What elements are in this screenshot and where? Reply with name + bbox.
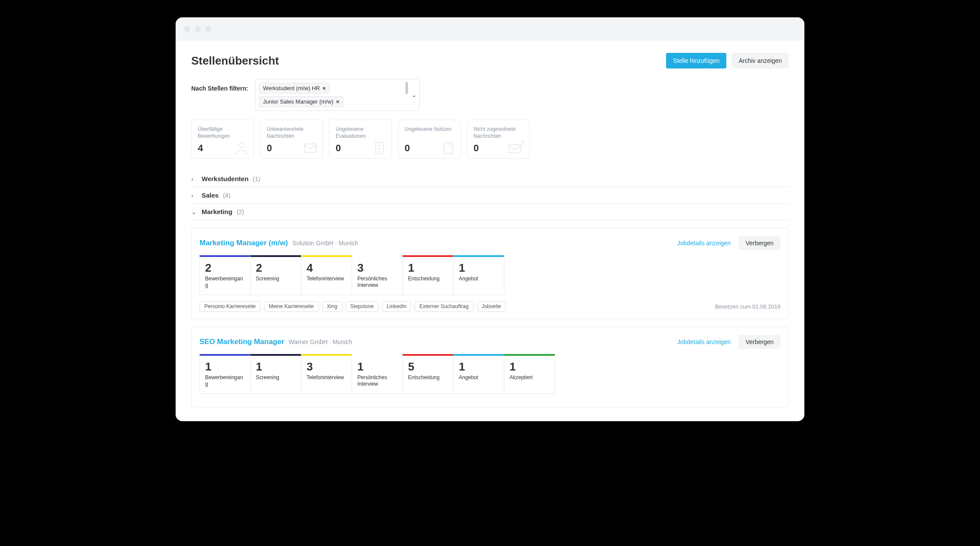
svg-rect-1 [305,144,317,153]
pipeline-stage[interactable]: 1 Akzeptiert [504,354,555,394]
chevron-down-icon: ⌄ [191,208,197,215]
remove-chip-icon[interactable]: × [323,85,326,91]
stage-label: Screening [256,276,296,282]
pipeline-stage[interactable]: 3 Persönliches Interview [352,255,403,295]
job-details-link[interactable]: Jobdetails anzeigen [677,240,731,247]
stage-count: 1 [357,360,397,374]
pipeline-stage[interactable]: 1 Persönliches Interview [352,354,403,394]
stage-label: Angebot [459,374,499,381]
stat-card-label: Ungelesene Evaluationen [336,126,385,140]
stat-card-label: Nicht zugeordnete Nachrichten [474,126,523,140]
job-subtitle: Solution GmbH · Munich [292,240,358,247]
category-row[interactable]: › Sales (4) [191,187,789,204]
filter-chip-label: Junior Sales Manager (m/w) [263,98,333,105]
stage-count: 1 [205,360,245,374]
source-tag[interactable]: Personio Karriereseite [199,301,261,312]
stat-card[interactable]: Unbeantwortete Nachrichten 0 [260,120,323,159]
job-title-link[interactable]: SEO Marketing Manager [199,338,284,346]
stage-label: Entscheidung [408,276,448,282]
pipeline-stage[interactable]: 1 Angebot [453,255,504,295]
job-card-header: SEO Marketing Manager Warner GmbH · Muni… [199,335,781,349]
envelope-icon [303,140,318,156]
source-tag[interactable]: LinkedIn [382,301,411,312]
svg-point-0 [239,143,244,148]
stage-label: Telefoninterview [307,374,346,381]
source-tag[interactable]: Meine Karriereseite [264,301,319,312]
stage-label: Bewerbereingang [205,276,245,289]
pipeline-stage[interactable]: 5 Entscheidung [402,354,454,394]
app-content: Stellenübersicht Stelle hinzufügen Archi… [176,41,804,421]
pipeline-stage[interactable]: 2 Bewerbereingang [199,255,251,295]
fill-by-date: Besetzen zum 01.06.2018 [715,303,781,310]
stage-label: Bewerbereingang [205,374,245,387]
source-tag[interactable]: Xing [322,301,342,312]
envelope-q-icon [507,140,525,156]
pipeline-stages: 2 Bewerbereingang 2 Screening 4 Telefoni… [199,255,781,295]
remove-chip-icon[interactable]: × [336,98,340,105]
filter-chip[interactable]: Werkstudent (m/w) HR× [259,83,330,94]
stat-card-label: Unbeantwortete Nachrichten [267,126,317,140]
svg-rect-7 [509,145,521,153]
job-actions: Jobdetails anzeigen Verbergen [677,335,781,349]
job-details-link[interactable]: Jobdetails anzeigen [677,338,731,345]
stage-label: Entscheidung [408,374,448,381]
pipeline-stage[interactable]: 1 Angebot [453,354,504,394]
stat-card-label: Ungelesene Notizen [405,126,454,140]
traffic-light-minimize[interactable] [195,26,201,32]
pipeline-stage[interactable]: 1 Bewerbereingang [199,354,251,394]
job-card-header: Marketing Manager (m/w) Solution GmbH · … [199,236,781,250]
job-card: SEO Marketing Manager Warner GmbH · Muni… [191,327,789,407]
stat-cards: Überfällige Bewerbungen 4 Unbeantwortete… [191,120,789,159]
job-footer: Personio KarriereseiteMeine Karriereseit… [199,301,781,312]
category-name: Werkstudenten [202,175,248,182]
note-icon [441,140,456,156]
stage-count: 2 [205,261,245,275]
user-icon [234,140,249,156]
stage-count: 1 [510,360,549,374]
filter-label: Nach Stellen filtern: [191,79,248,92]
source-tag[interactable]: Externer Suchauftrag [415,301,473,312]
hide-job-button[interactable]: Verbergen [738,335,781,349]
pipeline-stage[interactable]: 1 Entscheidung [402,255,454,295]
pipeline-stage[interactable]: 3 Telefoninterview [301,354,352,394]
job-card: Marketing Manager (m/w) Solution GmbH · … [191,228,789,319]
hide-job-button[interactable]: Verbergen [738,236,781,250]
filter-multiselect[interactable]: Werkstudent (m/w) HR×Junior Sales Manage… [255,79,420,111]
stage-count: 3 [357,261,397,275]
add-position-button[interactable]: Stelle hinzufügen [666,53,726,68]
job-title-block: Marketing Manager (m/w) Solution GmbH · … [199,239,358,247]
category-row[interactable]: › Werkstudenten (1) [191,171,789,187]
pipeline-stage[interactable]: 2 Screening [250,255,301,295]
header-actions: Stelle hinzufügen Archiv anzeigen [666,53,789,68]
traffic-light-close[interactable] [184,26,190,32]
pipeline-stage[interactable]: 4 Telefoninterview [301,255,352,295]
filter-chip-label: Werkstudent (m/w) HR [263,85,320,91]
filter-chip[interactable]: Junior Sales Manager (m/w)× [259,96,343,107]
browser-titlebar [176,17,804,41]
chevron-right-icon: › [191,192,197,199]
stat-card[interactable]: Ungelesene Notizen 0 [398,120,461,159]
chevron-down-icon[interactable]: ⌄ [412,91,417,98]
stat-card[interactable]: Überfällige Bewerbungen 4 [191,120,254,159]
category-row[interactable]: ⌄ Marketing (2) [191,204,789,220]
stat-card[interactable]: Nicht zugeordnete Nachrichten 0 [467,120,530,159]
pipeline-stage[interactable]: 1 Screening [250,354,301,394]
job-title-link[interactable]: Marketing Manager (m/w) [199,239,288,247]
traffic-light-maximize[interactable] [205,26,211,32]
show-archive-button[interactable]: Archiv anzeigen [732,53,789,68]
category-name: Sales [202,192,219,199]
source-tag[interactable]: Stepstone [346,301,379,312]
filter-row: Nach Stellen filtern: Werkstudent (m/w) … [191,79,789,111]
stage-count: 5 [408,360,448,374]
source-tag[interactable]: Jobseite [477,301,506,312]
svg-point-8 [522,145,523,146]
stage-label: Persönliches Interview [357,374,397,387]
stat-card-label: Überfällige Bewerbungen [198,126,248,140]
page-header: Stellenübersicht Stelle hinzufügen Archi… [191,53,789,68]
stat-card[interactable]: Ungelesene Evaluationen 0 [329,120,392,159]
source-tags: Personio KarriereseiteMeine Karriereseit… [199,301,506,312]
filter-scrollbar[interactable] [405,82,408,94]
stage-label: Persönliches Interview [357,276,397,289]
page-title: Stellenübersicht [191,54,279,68]
stage-count: 3 [307,360,346,374]
